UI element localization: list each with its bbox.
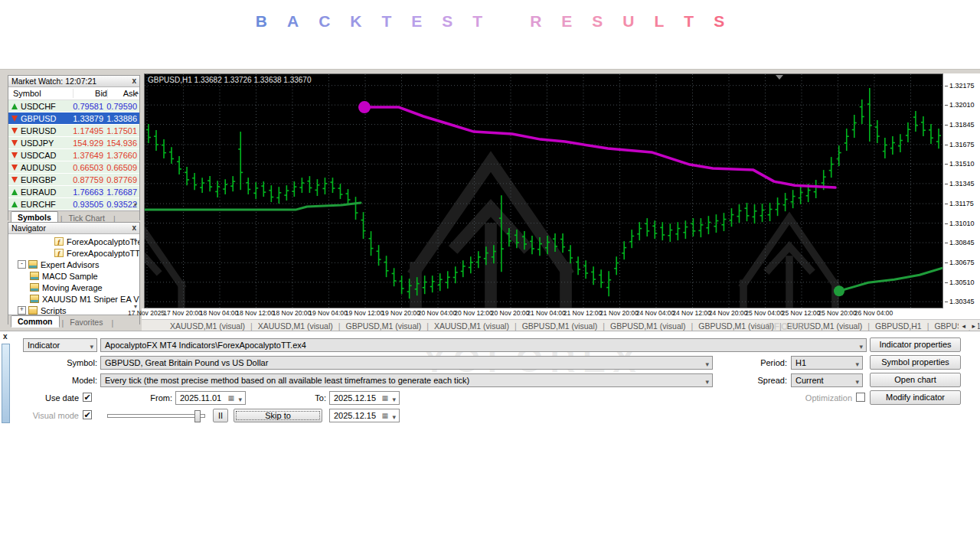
market-watch-row[interactable]: EURAUD1.766631.76687 [8,186,139,198]
scroll-up-icon[interactable]: ▴ [136,90,139,96]
market-watch-row[interactable]: GBPUSD1.338791.33886 [8,112,139,125]
title-letter: A [287,12,299,31]
tab-favorites[interactable]: Favorites [64,317,109,328]
chart-tab[interactable]: XAUUSD,M1 (visual) [165,321,250,331]
market-watch-title: Market Watch: 12:07:21 [11,77,96,86]
optimization-label: Optimization [786,393,852,403]
expand-icon[interactable]: + [18,306,26,315]
skip-to-button[interactable]: Skip to [234,409,322,422]
navigator-tree: ƒForexApocalyptoTreƒForexApocalyptoTT-Ex… [8,234,139,315]
chart-tab[interactable]: GBPUSD,H1 [870,321,927,331]
tester-mode-select[interactable]: Indicator▾ [23,338,97,352]
chart-tab[interactable]: GBPUSD,M1 (visual) [605,321,691,331]
price-tick-label: 1.31675 [945,141,975,148]
time-tick-label: 26 Nov 04:00 [854,309,893,317]
tree-item[interactable]: ƒForexApocalyptoTT [8,247,139,259]
pause-button[interactable]: II [213,409,228,422]
tree-item[interactable]: -Expert Advisors [8,259,139,270]
chevron-down-icon[interactable]: ▾ [238,393,242,406]
chart-tab-bar: XAUUSD,M1 (visual)|XAUUSD,M1 (visual)|GB… [142,319,980,331]
indicator-path-select[interactable]: ApocalyptoFX MT4 Indicators\ForexApocaly… [100,338,867,352]
use-date-label: Use date [41,393,79,403]
calendar-icon[interactable]: ▦ [381,394,388,402]
tree-item[interactable]: XAUUSD M1 Sniper EA V [8,293,139,305]
market-watch-row[interactable]: EURUSD1.174951.17501 [8,125,139,137]
time-tick-label: 21 Nov 20:00 [599,309,639,317]
price-chart[interactable]: GBPUSD,H1 1.33682 1.33726 1.33638 1.3367… [145,74,942,308]
tab-common[interactable]: Common [11,315,60,328]
tree-item[interactable]: ƒForexApocalyptoTre [8,236,139,247]
period-select[interactable]: H1▾ [791,356,863,370]
spread-select[interactable]: Current▾ [791,373,863,387]
scroll-up-icon[interactable]: ▴ [134,236,137,243]
column-ask[interactable]: Ask [108,89,137,98]
arrow-down-icon [11,177,18,183]
tree-item[interactable]: Moving Average [8,282,139,293]
market-watch-row[interactable]: EURCHF0.935050.93522 [8,198,139,210]
chart-tab[interactable]: XAUUSD,M1 (visual) [429,321,514,331]
use-date-checkbox[interactable]: ✔ [83,393,92,402]
market-watch-row[interactable]: USDCHF0.795810.79590 [8,100,139,112]
close-icon[interactable]: x [132,224,136,232]
symbol-properties-button[interactable]: Symbol properties [870,355,961,370]
scroll-down-icon[interactable]: ▾ [134,202,137,208]
optimization-checkbox[interactable] [856,393,865,402]
from-date-field[interactable]: 2025.11.01 ▦ ▾ [175,391,246,405]
indicator-properties-button[interactable]: Indicator properties [870,337,961,352]
time-tick-label: 24 Nov 04:00 [636,309,675,317]
market-watch-row[interactable]: USDJPY154.929154.936 [8,137,139,149]
tab-scroll-arrows[interactable]: ◂ ▸ [959,322,978,330]
arrow-down-icon [11,140,18,146]
experts-folder-icon [28,260,38,269]
bid-value: 154.929 [65,139,103,148]
price-tick-label: 1.30675 [945,259,975,266]
chevron-down-icon[interactable]: ▾ [392,411,396,423]
time-axis[interactable]: 17 Nov 202517 Nov 20:0018 Nov 04:0018 No… [142,308,980,319]
watermark-logo [145,221,181,308]
chart-plot[interactable]: GBPUSD,H1 1.33682 1.33726 1.33638 1.3367… [144,73,943,308]
price-tick-label: 1.30845 [945,239,975,246]
tree-item[interactable]: MACD Sample [8,270,139,282]
title-letter: K [350,12,361,31]
skip-date-field[interactable]: 2025.12.15 ▦ ▾ [329,409,400,422]
market-watch-row[interactable]: EURGBP0.877590.87769 [8,174,139,186]
column-symbol[interactable]: Symbol [8,89,74,98]
open-chart-button[interactable]: Open chart [870,373,961,387]
close-icon[interactable]: x [132,77,136,85]
symbol-name: GBPUSD [21,114,65,123]
modify-indicator-button[interactable]: Modify indicator [870,390,961,405]
collapse-icon[interactable]: - [18,260,26,269]
title-letter: U [622,12,634,31]
to-label: To: [303,393,326,403]
price-axis[interactable]: 1.321751.320101.318451.316751.315101.313… [943,73,980,308]
column-bid[interactable]: Bid [74,89,108,98]
green-indicator-line-right [839,268,942,291]
title-letter: T [381,12,391,31]
market-watch-row[interactable]: USDCAD1.376491.37660 [8,149,139,161]
calendar-icon[interactable]: ▦ [227,394,234,402]
slider-handle[interactable] [194,410,201,422]
visual-mode-checkbox[interactable]: ✔ [83,410,92,419]
chart-tab[interactable]: GBPUSD,M1 (visual) [341,321,427,331]
to-date-field[interactable]: 2025.12.15 ▦ ▾ [329,391,400,405]
time-tick-label: 19 Nov 20:00 [381,309,420,317]
chart-tab[interactable]: GBPUSD,M1 (visual) [517,321,603,331]
chart-tab[interactable]: XAUUSD,M1 (visual) [253,321,338,331]
symbol-select[interactable]: GBPUSD, Great Britain Pound vs US Dollar… [100,356,713,370]
visual-speed-slider[interactable] [107,414,205,418]
navigator-titlebar: Navigator x [8,223,139,234]
chevron-down-icon[interactable]: ▾ [392,393,396,406]
symbol-name: AUDUSD [21,163,65,172]
price-tick-label: 1.31010 [945,220,975,227]
time-tick-label: 19 Nov 12:00 [345,309,384,317]
tree-item[interactable]: +Scripts [8,305,139,315]
price-tick-label: 1.30510 [945,279,975,286]
market-watch-row[interactable]: AUDUSD0.665030.66509 [8,161,139,174]
calendar-icon[interactable]: ▦ [381,412,388,419]
model-select[interactable]: Every tick (the most precise method base… [100,373,713,387]
time-tick-label: 18 Nov 12:00 [236,309,275,317]
ask-value: 1.17501 [103,126,139,135]
ask-value: 1.33886 [103,114,139,123]
ea-icon [30,272,39,280]
close-icon[interactable]: x [3,332,8,341]
